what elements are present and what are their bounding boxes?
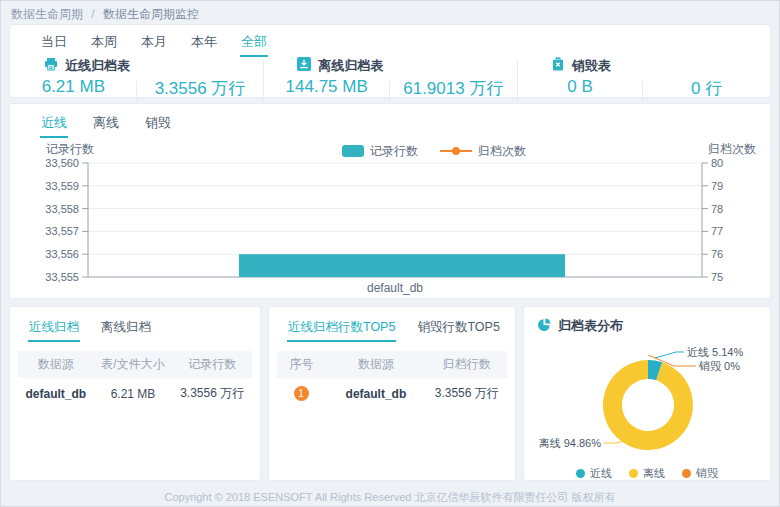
col-size: 表/文件大小 (94, 351, 173, 378)
donut-slice-1[interactable] (603, 360, 693, 450)
stats-panel: 当日 本周 本月 本年 全部 近线归档表 6.21 MB 数据量 (9, 24, 771, 98)
tab-destroy[interactable]: 销毁 (144, 111, 172, 138)
stat-title: 近线归档表 (65, 57, 130, 75)
y2-axis-tick: 79 (711, 180, 723, 192)
breadcrumb-separator: / (91, 7, 94, 21)
legend-dot (629, 469, 638, 478)
legend-item-destroy[interactable]: 销毁 (682, 466, 718, 481)
legend-item-offline[interactable]: 离线 (629, 466, 665, 481)
breadcrumb: 数据生命周期 / 数据生命周期监控 (11, 6, 199, 23)
top5-panel: 近线归档行数TOP5 销毁行数TOP5 序号 数据源 归档行数 1 defaul… (268, 306, 516, 481)
panel-title: 归档表分布 (558, 317, 623, 335)
records-chart-panel: 近线 离线 销毁 记录行数归档次数记录行数归档次数33,5608033,5597… (9, 103, 771, 299)
donut-legend: 近线 离线 销毁 (524, 466, 770, 481)
tab-all[interactable]: 全部 (240, 30, 268, 57)
col-archived-rows: 归档行数 (426, 351, 507, 378)
table-row: default_db 6.21 MB 3.3556 万行 (18, 378, 252, 409)
legend-item-near[interactable]: 近线 (576, 466, 612, 481)
pie-chart-icon (537, 318, 551, 335)
tab-this-month[interactable]: 本月 (140, 30, 168, 57)
callout-destroy: 销毁 0% (698, 360, 740, 372)
y-axis-tick: 33,558 (45, 203, 79, 215)
svg-text:记录行数: 记录行数 (370, 144, 418, 158)
y-axis-tick: 33,556 (45, 248, 79, 260)
right-axis-name: 归档次数 (708, 142, 756, 156)
breadcrumb-item-monitor: 数据生命周期监控 (103, 7, 199, 21)
y2-axis-tick: 78 (711, 203, 723, 215)
y-axis-tick: 33,559 (45, 180, 79, 192)
y2-axis-tick: 76 (711, 248, 723, 260)
callout-near: 近线 5.14% (687, 346, 743, 358)
table-row: 1 default_db 3.3556 万行 (277, 378, 507, 409)
bottom-panels: 近线归档 离线归档 数据源 表/文件大小 记录行数 default_db 6.2… (9, 306, 771, 481)
x-axis-category: default_db (367, 281, 423, 295)
tab-this-year[interactable]: 本年 (190, 30, 218, 57)
tab-offline-archive[interactable]: 离线归档 (100, 316, 152, 342)
tab-near-archive[interactable]: 近线归档 (28, 316, 80, 342)
archive-detail-panel: 近线归档 离线归档 数据源 表/文件大小 记录行数 default_db 6.2… (9, 306, 261, 481)
tab-today[interactable]: 当日 (40, 30, 68, 57)
tab-offline[interactable]: 离线 (92, 111, 120, 138)
tab-near-top5[interactable]: 近线归档行数TOP5 (287, 316, 396, 342)
records-bar-chart[interactable]: 记录行数归档次数记录行数归档次数33,5608033,5597933,55878… (10, 140, 772, 302)
time-range-tabs: 当日 本周 本月 本年 全部 (10, 25, 770, 57)
y-axis-tick: 33,557 (45, 225, 79, 237)
destroy-table-icon (551, 57, 565, 74)
col-rows: 记录行数 (172, 351, 252, 378)
col-index: 序号 (277, 351, 325, 378)
stat-title: 销毁表 (572, 57, 611, 75)
breadcrumb-item-lifecycle[interactable]: 数据生命周期 (11, 7, 83, 21)
near-archive-icon (44, 57, 58, 74)
archive-table: 数据源 表/文件大小 记录行数 default_db 6.21 MB 3.355… (18, 351, 252, 409)
legend-dot (682, 469, 691, 478)
rank-badge: 1 (294, 386, 309, 401)
tab-this-week[interactable]: 本周 (90, 30, 118, 57)
bar-default-db[interactable] (239, 254, 565, 277)
tab-destroy-top5[interactable]: 销毁行数TOP5 (416, 316, 500, 342)
archive-distribution-panel: 归档表分布 近线 5.14%销毁 0%离线 94.86% 近线 离线 销毁 (523, 306, 771, 481)
left-axis-name: 记录行数 (46, 142, 94, 156)
y2-axis-tick: 75 (711, 271, 723, 283)
y-axis-tick: 33,555 (45, 271, 79, 283)
top5-table: 序号 数据源 归档行数 1 default_db 3.3556 万行 (277, 351, 507, 409)
y2-axis-tick: 80 (711, 157, 723, 169)
svg-text:归档次数: 归档次数 (478, 144, 526, 158)
col-datasource: 数据源 (18, 351, 94, 378)
legend-bar-swatch (342, 145, 364, 157)
chart-mode-tabs: 近线 离线 销毁 (10, 104, 770, 138)
y2-axis-tick: 77 (711, 225, 723, 237)
col-datasource: 数据源 (325, 351, 426, 378)
dashboard-screen: 数据生命周期 / 数据生命周期监控 当日 本周 本月 本年 全部 近线归档表 (0, 0, 780, 507)
stat-title: 离线归档表 (318, 57, 383, 75)
archive-distribution-donut[interactable]: 近线 5.14%销毁 0%离线 94.86% (524, 337, 770, 465)
callout-offline: 离线 94.86% (539, 437, 602, 449)
offline-archive-icon (297, 57, 311, 74)
y-axis-tick: 33,560 (45, 157, 79, 169)
copyright-footer: Copyright © 2018 ESENSOFT All Rights Res… (1, 490, 779, 505)
legend-dot (576, 469, 585, 478)
tab-near[interactable]: 近线 (40, 111, 68, 138)
